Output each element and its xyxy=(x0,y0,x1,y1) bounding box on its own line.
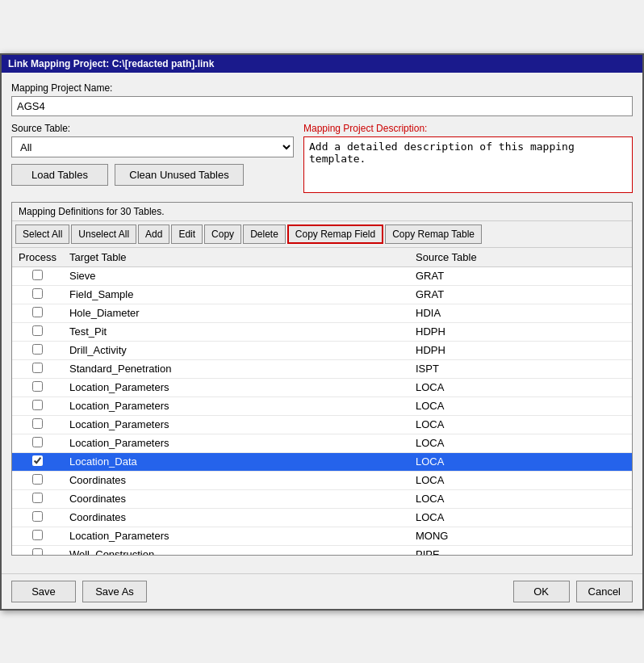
row-checkbox[interactable] xyxy=(32,400,43,410)
load-tables-button[interactable]: Load Tables xyxy=(11,164,108,186)
table-row[interactable]: CoordinatesLOCA xyxy=(12,508,632,527)
mapping-section: Mapping Definitions for 30 Tables. Selec… xyxy=(11,202,633,556)
row-source-table: LOCA xyxy=(409,489,632,508)
row-checkbox-cell xyxy=(12,378,63,397)
row-checkbox[interactable] xyxy=(32,493,43,503)
row-source-table: GRAT xyxy=(409,285,632,304)
row-checkbox-cell xyxy=(12,359,63,378)
row-source-table: LOCA xyxy=(409,378,632,397)
title-bar-text: Link Mapping Project: C:\[redacted path]… xyxy=(8,58,214,69)
table-row[interactable]: Location_ParametersLOCA xyxy=(12,415,632,434)
mapping-header: Mapping Definitions for 30 Tables. xyxy=(12,203,632,221)
table-row[interactable]: Well_ConstructionPIPE xyxy=(12,545,632,555)
table-row[interactable]: CoordinatesLOCA xyxy=(12,489,632,508)
row-checkbox[interactable] xyxy=(32,511,43,522)
row-checkbox-cell xyxy=(12,434,63,452)
row-source-table: LOCA xyxy=(409,471,632,489)
copy-button[interactable]: Copy xyxy=(204,224,241,244)
mapping-table: Process Target Table Source Table SieveG… xyxy=(12,248,632,555)
row-source-table: HDPH xyxy=(409,322,632,341)
row-target-table: Test_Pit xyxy=(63,322,409,341)
select-all-button[interactable]: Select All xyxy=(15,224,69,244)
row-checkbox[interactable] xyxy=(32,418,43,429)
table-row[interactable]: CoordinatesLOCA xyxy=(12,471,632,489)
row-checkbox[interactable] xyxy=(32,381,43,392)
table-row[interactable]: Location_ParametersLOCA xyxy=(12,434,632,452)
row-checkbox-cell xyxy=(12,341,63,359)
copy-remap-field-button[interactable]: Copy Remap Field xyxy=(287,224,383,244)
row-target-table: Coordinates xyxy=(63,489,409,508)
table-row[interactable]: SieveGRAT xyxy=(12,266,632,285)
copy-remap-table-button[interactable]: Copy Remap Table xyxy=(385,224,482,244)
col-process: Process xyxy=(12,248,63,267)
edit-button[interactable]: Edit xyxy=(171,224,203,244)
unselect-all-button[interactable]: Unselect All xyxy=(71,224,136,244)
action-buttons-row: Load Tables Clean Unused Tables xyxy=(11,164,294,186)
row-checkbox-cell xyxy=(12,545,63,555)
row-checkbox-cell xyxy=(12,266,63,285)
row-checkbox[interactable] xyxy=(32,325,43,336)
row-source-table: LOCA xyxy=(409,397,632,415)
table-container[interactable]: Process Target Table Source Table SieveG… xyxy=(12,248,632,555)
source-table-label: Source Table: xyxy=(11,123,294,134)
main-window: Link Mapping Project: C:\[redacted path]… xyxy=(0,53,644,611)
row-source-table: HDIA xyxy=(409,304,632,322)
row-source-table: LOCA xyxy=(409,415,632,434)
mapping-toolbar: Select All Unselect All Add Edit Copy De… xyxy=(12,221,632,248)
row-source-table: LOCA xyxy=(409,434,632,452)
mapping-project-name-input[interactable] xyxy=(11,96,633,116)
row-checkbox[interactable] xyxy=(32,548,43,555)
mapping-project-name-group: Mapping Project Name: xyxy=(11,82,633,116)
row-target-table: Coordinates xyxy=(63,471,409,489)
description-group: Mapping Project Description: Add a detai… xyxy=(303,123,633,195)
table-row[interactable]: Standard_PenetrationISPT xyxy=(12,359,632,378)
row-checkbox[interactable] xyxy=(32,437,43,447)
save-button[interactable]: Save xyxy=(11,581,76,602)
description-textarea[interactable]: Add a detailed description of this mappi… xyxy=(303,136,633,193)
row-checkbox[interactable] xyxy=(32,530,43,540)
row-checkbox-cell xyxy=(12,508,63,527)
table-row[interactable]: Test_PitHDPH xyxy=(12,322,632,341)
clean-unused-tables-button[interactable]: Clean Unused Tables xyxy=(115,164,244,186)
row-checkbox[interactable] xyxy=(32,363,43,373)
save-as-button[interactable]: Save As xyxy=(82,581,147,602)
description-label: Mapping Project Description: xyxy=(303,123,633,134)
delete-button[interactable]: Delete xyxy=(243,224,286,244)
source-table-select[interactable]: All GRAT HDIA HDPH ISPT LOCA MONG PIPE xyxy=(11,136,294,157)
row-checkbox[interactable] xyxy=(32,474,43,485)
row-target-table: Standard_Penetration xyxy=(63,359,409,378)
footer-left: Save Save As xyxy=(11,581,147,602)
row-target-table: Location_Data xyxy=(63,452,409,471)
table-row[interactable]: Hole_DiameterHDIA xyxy=(12,304,632,322)
row-checkbox-cell xyxy=(12,527,63,545)
row-checkbox[interactable] xyxy=(32,307,43,317)
row-source-table: GRAT xyxy=(409,266,632,285)
table-row[interactable]: Location_ParametersMONG xyxy=(12,527,632,545)
row-checkbox-cell xyxy=(12,322,63,341)
row-checkbox-cell xyxy=(12,304,63,322)
ok-button[interactable]: OK xyxy=(513,581,570,602)
table-row[interactable]: Drill_ActivityHDPH xyxy=(12,341,632,359)
row-checkbox[interactable] xyxy=(32,270,43,280)
row-target-table: Location_Parameters xyxy=(63,527,409,545)
row-checkbox-cell xyxy=(12,489,63,508)
source-table-group: Source Table: All GRAT HDIA HDPH ISPT LO… xyxy=(11,123,294,195)
row-source-table: ISPT xyxy=(409,359,632,378)
cancel-button[interactable]: Cancel xyxy=(576,581,633,602)
table-row[interactable]: Location_ParametersLOCA xyxy=(12,397,632,415)
mapping-project-name-label: Mapping Project Name: xyxy=(11,82,633,94)
row-checkbox[interactable] xyxy=(32,455,43,466)
add-button[interactable]: Add xyxy=(138,224,169,244)
row-source-table: HDPH xyxy=(409,341,632,359)
row-checkbox[interactable] xyxy=(32,288,43,299)
table-row[interactable]: Location_DataLOCA xyxy=(12,452,632,471)
row-checkbox[interactable] xyxy=(32,344,43,355)
title-bar: Link Mapping Project: C:\[redacted path]… xyxy=(2,55,642,73)
row-target-table: Hole_Diameter xyxy=(63,304,409,322)
footer-right: OK Cancel xyxy=(513,581,633,602)
table-row[interactable]: Location_ParametersLOCA xyxy=(12,378,632,397)
table-row[interactable]: Field_SampleGRAT xyxy=(12,285,632,304)
row-target-table: Drill_Activity xyxy=(63,341,409,359)
footer: Save Save As OK Cancel xyxy=(2,573,642,609)
row-target-table: Location_Parameters xyxy=(63,434,409,452)
